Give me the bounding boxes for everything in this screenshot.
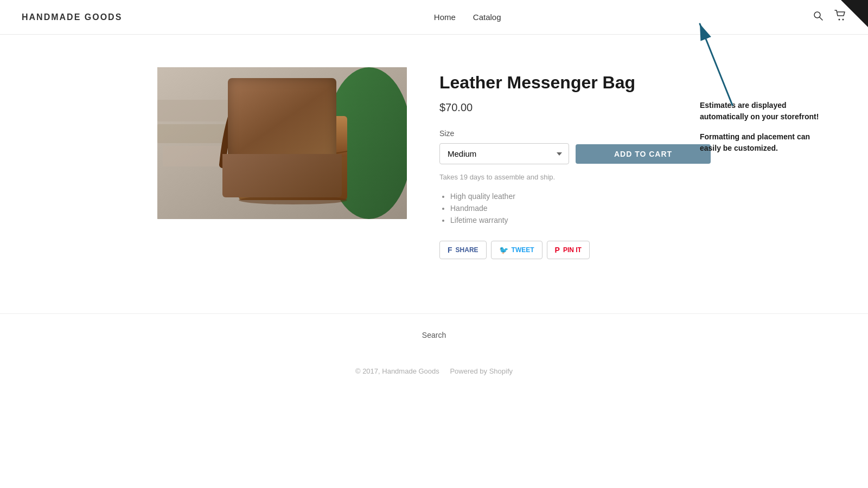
svg-rect-14 [307,147,323,158]
svg-line-1 [820,17,822,20]
svg-rect-11 [239,116,347,157]
annotation-arrow-svg [689,13,754,111]
share-label: SHARE [456,246,478,254]
main-nav: Home Catalog [434,12,501,22]
svg-rect-17 [286,176,299,185]
facebook-icon: f [448,246,452,254]
size-label: Size [439,129,711,138]
share-facebook-button[interactable]: f SHARE [439,241,487,259]
share-pinterest-button[interactable]: P PIN IT [547,241,590,259]
svg-rect-15 [309,150,320,156]
search-icon[interactable] [813,10,824,24]
svg-rect-13 [266,150,277,156]
svg-rect-10 [239,116,347,200]
product-price: $70.00 [439,101,711,114]
site-footer: Search © 2017, Handmade Goods Powered by… [0,313,868,386]
product-layout: Leather Messenger Bag $70.00 Size Small … [157,67,711,259]
svg-rect-16 [252,168,334,195]
svg-rect-18 [289,178,297,183]
add-to-cart-button[interactable]: ADD TO CART [576,144,711,164]
twitter-icon: 🐦 [499,246,508,254]
feature-item: Lifetime warranty [450,216,711,224]
pinterest-icon: P [555,246,560,254]
svg-point-0 [814,12,820,18]
svg-rect-7 [157,100,266,121]
assembly-note: Takes 19 days to assemble and ship. [439,173,711,181]
product-info: Leather Messenger Bag $70.00 Size Small … [439,67,711,259]
svg-point-3 [843,19,844,21]
size-select[interactable]: Small Medium Large [439,143,569,164]
product-image-svg [157,67,407,219]
cart-icon[interactable] [834,10,846,24]
site-logo[interactable]: HANDMADE GOODS [22,12,122,22]
nav-catalog[interactable]: Catalog [473,12,501,22]
nav-home[interactable]: Home [434,12,456,22]
feature-item: Handmade [450,204,711,213]
powered-by-link[interactable]: Powered by Shopify [450,367,513,375]
share-twitter-button[interactable]: 🐦 TWEET [491,241,542,259]
feature-item: High quality leather [450,192,711,201]
product-image-container [157,67,407,219]
svg-rect-12 [263,147,279,158]
annotation-overlay: Estimates are displayed automatically on… [700,100,819,163]
main-content: Leather Messenger Bag $70.00 Size Small … [136,35,732,292]
product-title: Leather Messenger Bag [439,73,711,93]
features-list: High quality leather Handmade Lifetime w… [439,192,711,224]
annotation-line2: Formatting and placement can easily be c… [700,131,819,154]
footer-search-link[interactable]: Search [422,331,446,339]
product-image [157,67,407,219]
header-icons [813,10,846,24]
size-row: Small Medium Large ADD TO CART [439,143,711,164]
copyright: © 2017, Handmade Goods [355,367,439,375]
tweet-label: TWEET [512,246,534,254]
pin-label: PIN IT [563,246,582,254]
svg-line-21 [700,24,732,105]
svg-rect-8 [157,124,255,143]
footer-bottom: © 2017, Handmade Goods Powered by Shopif… [0,356,868,386]
footer-search: Search [0,313,868,356]
social-buttons: f SHARE 🐦 TWEET P PIN IT [439,241,711,259]
svg-point-19 [239,196,347,204]
svg-point-2 [839,19,840,21]
